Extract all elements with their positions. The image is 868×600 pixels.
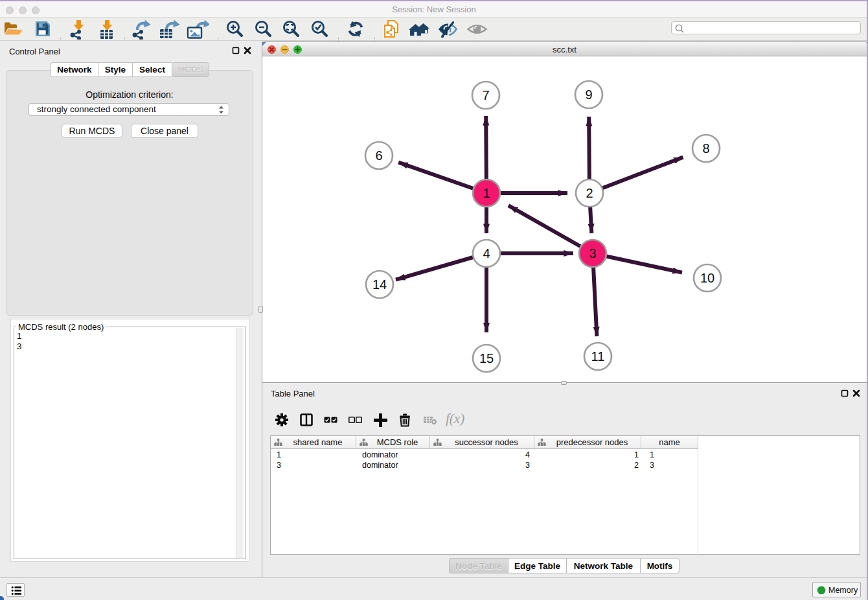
svg-text:15: 15 xyxy=(479,351,494,365)
svg-text:7: 7 xyxy=(482,88,489,102)
svg-text:4: 4 xyxy=(483,246,490,260)
svg-text:10: 10 xyxy=(700,271,714,285)
svg-text:9: 9 xyxy=(585,87,592,102)
svg-text:14: 14 xyxy=(372,277,387,292)
svg-text:2: 2 xyxy=(586,186,593,200)
svg-text:6: 6 xyxy=(375,148,382,163)
svg-text:11: 11 xyxy=(591,349,605,363)
svg-text:8: 8 xyxy=(702,141,709,156)
svg-text:1: 1 xyxy=(483,186,490,200)
svg-text:3: 3 xyxy=(589,246,596,260)
